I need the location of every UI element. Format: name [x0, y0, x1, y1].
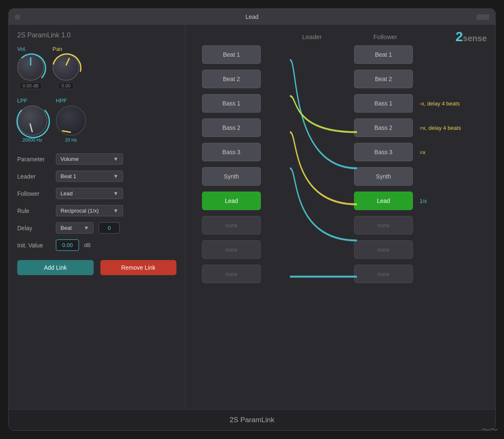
- window-title: Lead: [245, 13, 258, 20]
- delay-unit-select[interactable]: Beat ▼: [56, 222, 94, 234]
- vol-knob[interactable]: [17, 54, 44, 81]
- follower-row: Follower Lead ▼: [17, 188, 176, 199]
- pan-value: 0.00: [58, 82, 73, 89]
- lpf-knob-group: LPF 20000 Hz: [17, 97, 47, 142]
- minimize-button[interactable]: [24, 14, 29, 20]
- follower-select[interactable]: Lead ▼: [56, 188, 123, 199]
- rule-label: Rule: [17, 208, 51, 214]
- remove-link-button[interactable]: Remove Link: [100, 260, 177, 275]
- title-bar-right-control[interactable]: [477, 14, 489, 20]
- routing-row: nonenone: [194, 214, 487, 236]
- follower-col-header: Follower: [356, 33, 415, 40]
- pan-knob[interactable]: [52, 54, 79, 81]
- leader-btn[interactable]: none: [202, 240, 261, 259]
- follower-btn[interactable]: none: [354, 216, 413, 234]
- lpf-knob[interactable]: [17, 105, 47, 136]
- follower-btn[interactable]: Beat 2: [354, 70, 413, 88]
- right-panel: 2sense Leader Follower Beat 1Beat 1Beat …: [185, 25, 495, 409]
- hpf-value: 20 Hz: [65, 137, 77, 142]
- add-link-button[interactable]: Add Link: [17, 260, 94, 275]
- parameter-row: Parameter Volume ▼: [17, 153, 176, 165]
- window-controls: [15, 14, 38, 20]
- leader-btn[interactable]: none: [202, 216, 261, 234]
- leader-btn[interactable]: Beat 2: [202, 70, 261, 88]
- waveform-icon: 〜〜: [481, 424, 496, 431]
- bottom-title: 2S ParamLink: [230, 416, 275, 424]
- rule-select[interactable]: Reciprocal (1/x) ▼: [56, 205, 123, 216]
- knob-row-lpf-hpf: LPF 20000 Hz HPF 20 Hz: [17, 97, 176, 142]
- routing-row: nonenone: [194, 263, 487, 285]
- leader-btn[interactable]: none: [202, 265, 261, 283]
- main-content: 2S ParamLink 1.0 Vol. 0.00 dB Pan: [9, 25, 495, 409]
- routing-row: Beat 2Beat 2: [194, 68, 487, 90]
- rule-row: Rule Reciprocal (1/x) ▼: [17, 205, 176, 216]
- parameter-arrow: ▼: [113, 156, 118, 162]
- leader-btn[interactable]: Synth: [202, 167, 261, 186]
- lpf-arc: [16, 105, 50, 138]
- leader-arrow: ▼: [113, 173, 118, 179]
- route-annotation: =x: [420, 149, 487, 155]
- knob-row-vol-pan: Vol. 0.00 dB Pan 0.00: [17, 46, 176, 89]
- lpf-label: LPF: [17, 97, 27, 104]
- route-annotation: -x, delay 4 beats: [420, 100, 487, 107]
- parameter-label: Parameter: [17, 156, 51, 163]
- vol-knob-group: Vol. 0.00 dB: [17, 46, 44, 89]
- leader-btn[interactable]: Bass 3: [202, 143, 261, 161]
- leader-btn[interactable]: Beat 1: [202, 45, 261, 64]
- delay-value-input[interactable]: 0: [99, 222, 120, 234]
- vol-knob-indicator: [30, 57, 32, 66]
- app-window: Lead 2S ParamLink 1.0 Vol. 0.00 dB Pan: [8, 8, 496, 431]
- routing-row: Bass 1Bass 1-x, delay 4 beats: [194, 92, 487, 114]
- delay-row: Delay Beat ▼ 0: [17, 222, 176, 234]
- delay-label: Delay: [17, 225, 51, 231]
- routing-row: LeadLead1/x: [194, 190, 487, 212]
- leader-col-header: Leader: [283, 33, 341, 40]
- parameter-select[interactable]: Volume ▼: [56, 153, 123, 165]
- routing-area: Beat 1Beat 1Beat 2Beat 2Bass 1Bass 1-x, …: [194, 44, 487, 405]
- rule-arrow: ▼: [113, 208, 118, 214]
- follower-btn[interactable]: none: [354, 265, 413, 283]
- vol-label: Vol.: [17, 46, 26, 52]
- follower-btn[interactable]: none: [354, 240, 413, 259]
- routing-rows-container: Beat 1Beat 1Beat 2Beat 2Bass 1Bass 1-x, …: [194, 44, 487, 285]
- init-label: Init. Value: [17, 242, 51, 249]
- routing-row: SynthSynth: [194, 166, 487, 187]
- close-button[interactable]: [15, 14, 20, 20]
- vol-value: 0.00 dB: [20, 82, 42, 89]
- init-value-input[interactable]: 0.00: [56, 239, 79, 251]
- follower-btn[interactable]: Bass 2: [354, 118, 413, 137]
- bottom-bar: 2S ParamLink 〜〜: [9, 409, 495, 430]
- brand-logo: 2sense: [455, 29, 487, 45]
- follower-btn[interactable]: Synth: [354, 167, 413, 186]
- leader-btn[interactable]: Bass 1: [202, 94, 261, 113]
- hpf-label: HPF: [56, 97, 67, 104]
- leader-form-label: Leader: [17, 173, 51, 180]
- hpf-knob[interactable]: [56, 105, 86, 136]
- hpf-indicator: [62, 130, 71, 133]
- pan-knob-arc: [47, 48, 87, 88]
- follower-btn[interactable]: Bass 3: [354, 143, 413, 161]
- follower-arrow: ▼: [113, 190, 118, 197]
- action-buttons: Add Link Remove Link: [17, 260, 176, 275]
- hpf-knob-group: HPF 20 Hz: [56, 97, 86, 142]
- follower-btn[interactable]: Lead: [354, 192, 413, 210]
- leader-btn[interactable]: Bass 2: [202, 118, 261, 137]
- app-title: 2S ParamLink 1.0: [17, 32, 176, 39]
- maximize-button[interactable]: [32, 14, 38, 20]
- routing-row: Bass 2Bass 2=x, delay 4 beats: [194, 117, 487, 139]
- pan-label: Pan: [52, 46, 62, 52]
- routing-row: nonenone: [194, 239, 487, 260]
- follower-btn[interactable]: Beat 1: [354, 45, 413, 64]
- columns-header: Leader Follower: [194, 33, 487, 40]
- init-value-row: Init. Value 0.00 dB: [17, 239, 176, 251]
- route-annotation: 1/x: [420, 198, 487, 204]
- route-annotation: =x, delay 4 beats: [420, 125, 487, 131]
- routing-row: Bass 3Bass 3=x: [194, 141, 487, 163]
- follower-btn[interactable]: Bass 1: [354, 94, 413, 113]
- pan-knob-group: Pan 0.00: [52, 46, 79, 89]
- title-bar: Lead: [9, 9, 495, 25]
- leader-btn[interactable]: Lead: [202, 192, 261, 210]
- delay-unit-arrow: ▼: [84, 225, 89, 231]
- init-unit: dB: [84, 242, 91, 248]
- leader-select[interactable]: Beat 1 ▼: [56, 171, 123, 182]
